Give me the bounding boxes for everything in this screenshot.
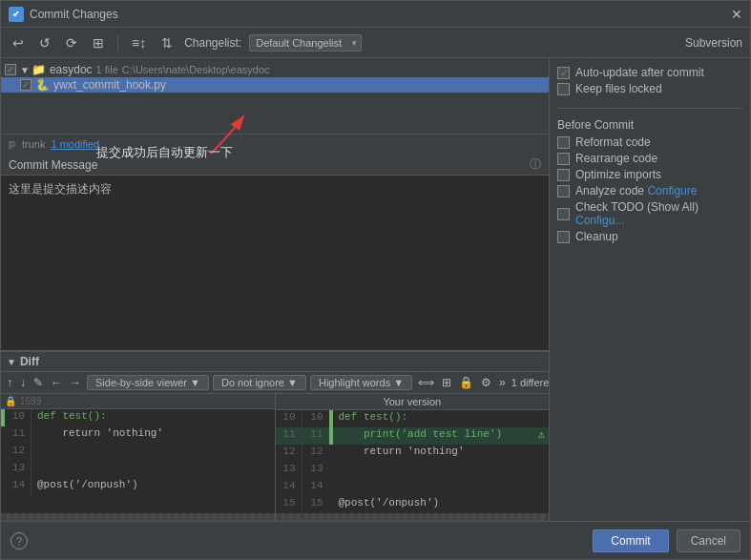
todo-configure-link[interactable]: Configu... [575, 214, 624, 227]
left-line-1: 10 def test(): [1, 409, 275, 426]
analyze-label: Analyze code Configure [575, 184, 697, 197]
keep-files-checkbox[interactable] [557, 83, 570, 95]
auto-update-checkbox[interactable] [557, 67, 570, 79]
root-checkbox[interactable] [5, 64, 16, 75]
diff-header[interactable]: ▼ Diff [1, 351, 549, 372]
right-line-1: 10 10 def test(): [276, 410, 550, 427]
viewer-select[interactable]: Side-by-side viewer ▼ [87, 375, 209, 390]
auto-update-label: Auto-update after commit [575, 66, 704, 79]
right-panel: Auto-update after commit Keep files lock… [550, 58, 750, 521]
left-line-5: 14 @post('/onpush') [1, 478, 275, 495]
commit-message-title: Commit Message [9, 158, 97, 172]
keep-files-label: Keep files locked [575, 82, 662, 95]
optimize-label: Optimize imports [575, 168, 661, 181]
warning-icon: ⚠ [538, 427, 549, 445]
option-analyze: Analyze code Configure [557, 184, 742, 197]
tree-root-row[interactable]: ▼ 📁 easydoc 1 file C:\Users\nate\Desktop… [1, 62, 549, 77]
todo-label: Check TODO (Show All) Configu... [575, 200, 742, 227]
changelist-select[interactable]: Default Changelist [249, 34, 362, 52]
left-line-3: 12 [1, 444, 275, 461]
diff-grid-button[interactable]: ⊞ [440, 375, 453, 390]
options-button[interactable]: ⊞ [89, 33, 108, 52]
commit-message-input[interactable]: 这里是提交描述内容 [1, 175, 549, 350]
cleanup-label: Cleanup [575, 230, 618, 243]
main-content: ▼ 📁 easydoc 1 file C:\Users\nate\Desktop… [1, 58, 750, 521]
root-label: easydoc [50, 63, 93, 76]
changelist-wrapper: Default Changelist [249, 34, 362, 52]
subversion-section: Auto-update after commit Keep files lock… [557, 66, 742, 98]
diff-toolbar: ↑ ↓ ✎ ← → Side-by-side viewer ▼ Do not i… [1, 372, 549, 394]
commit-message-header: Commit Message ⓘ [1, 153, 549, 175]
analyze-checkbox[interactable] [557, 185, 570, 197]
diff-left-pane: 🔒 1599 10 def test(): 11 [1, 394, 276, 521]
branch-name: trunk [22, 138, 45, 150]
diff-code-area: 🔒 1599 10 def test(): 11 [1, 394, 549, 521]
diff-edit-button[interactable]: ✎ [31, 375, 45, 390]
diff-up-button[interactable]: ↑ [5, 375, 14, 390]
option-optimize: Optimize imports [557, 168, 742, 181]
before-commit-title: Before Commit [557, 118, 742, 132]
status-bar: 𝕡 trunk 1 modified [1, 135, 549, 153]
file-row[interactable]: 🐍 ywxt_commit_hook.py [1, 77, 549, 93]
divider1 [117, 34, 118, 52]
right-line-3: 12 12 return 'nothing' [276, 445, 550, 462]
right-line-2: 11 11 print('add test line') ⚠ [276, 427, 550, 445]
diff-right-pane: Your version 10 10 def test(): 11 11 [276, 394, 550, 521]
commit-message-icon: ⓘ [530, 156, 541, 173]
right-code: 10 10 def test(): 11 11 print('add test … [276, 410, 550, 513]
diff-sync-button[interactable]: ⟺ [416, 375, 436, 390]
file-name: ywxt_commit_hook.py [53, 78, 166, 92]
option-todo: Check TODO (Show All) Configu... [557, 200, 742, 227]
right-line-4: 13 13 [276, 462, 550, 479]
subversion-label: Subversion [685, 36, 742, 50]
keep-files-row: Keep files locked [557, 82, 742, 95]
titlebar-left: ✔ Commit Changes [9, 7, 118, 22]
diff-count: 1 difference [511, 377, 549, 388]
file-checkbox[interactable] [20, 79, 31, 91]
left-line-2: 11 return 'nothing' [1, 426, 275, 444]
cleanup-checkbox[interactable] [557, 231, 570, 243]
diff-right-button[interactable]: → [68, 375, 83, 390]
diff-left-button[interactable]: ← [49, 375, 64, 390]
close-icon[interactable]: ✕ [731, 8, 742, 21]
analyze-configure-link[interactable]: Configure [647, 184, 697, 197]
diff-title: Diff [20, 355, 39, 368]
reformat-checkbox[interactable] [557, 136, 570, 149]
toolbar: ↩ ↺ ⟳ ⊞ ≡↕ ⇅ Changelist: Default Changel… [1, 28, 750, 58]
rearrange-checkbox[interactable] [557, 153, 570, 165]
right-line-6: 15 15 @post('/onpush') [276, 496, 550, 513]
right-line-5: 14 14 [276, 479, 550, 496]
section-divider [557, 108, 742, 109]
diff-lock-button[interactable]: 🔒 [457, 375, 475, 390]
optimize-checkbox[interactable] [557, 169, 570, 181]
filter-button[interactable]: ⇅ [157, 33, 177, 52]
auto-update-row: Auto-update after commit [557, 66, 742, 79]
diff-gear-button[interactable]: ⚙ [479, 375, 493, 390]
option-rearrange: Rearrange code [557, 152, 742, 165]
refresh-button[interactable]: ⟳ [62, 33, 81, 52]
before-commit-section: Before Commit Reformat code Rearrange co… [557, 118, 742, 246]
left-panel: ▼ 📁 easydoc 1 file C:\Users\nate\Desktop… [1, 58, 550, 521]
highlight-select[interactable]: Highlight words ▼ [310, 375, 412, 390]
cancel-button[interactable]: Cancel [677, 529, 741, 552]
modified-count[interactable]: 1 modified [51, 138, 99, 150]
root-meta: 1 file [96, 64, 118, 75]
diff-down-button[interactable]: ↓ [18, 375, 28, 390]
your-version-header: Your version [276, 394, 550, 410]
changelist-label: Changelist: [184, 36, 241, 50]
app-icon: ✔ [9, 7, 24, 22]
bottom-buttons: Commit Cancel [593, 529, 741, 552]
commit-button[interactable]: Commit [593, 529, 668, 552]
diff-more-button[interactable]: » [497, 375, 508, 390]
sort-button[interactable]: ≡↕ [128, 33, 150, 52]
zigzag-left [1, 513, 275, 521]
zigzag-right [276, 513, 550, 521]
move-up-button[interactable]: ↩ [9, 33, 28, 52]
file-tree: ▼ 📁 easydoc 1 file C:\Users\nate\Desktop… [1, 58, 549, 135]
todo-checkbox[interactable] [557, 208, 570, 220]
ignore-select[interactable]: Do not ignore ▼ [213, 375, 306, 390]
help-button[interactable]: ? [10, 532, 28, 550]
window-title: Commit Changes [30, 8, 118, 21]
undo-button[interactable]: ↺ [35, 33, 54, 52]
rearrange-label: Rearrange code [575, 152, 657, 165]
